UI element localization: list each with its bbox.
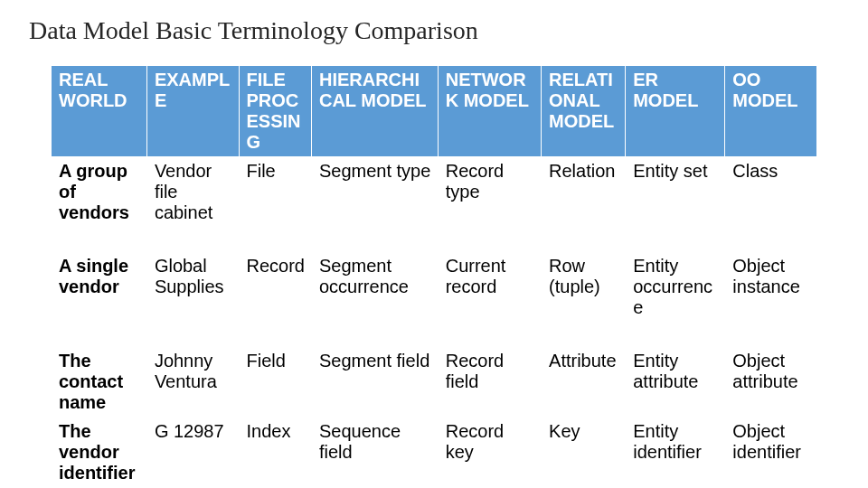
table-container: REAL WORLD EXAMPLE FILE PROCESSING HIERA… [25,65,843,488]
cell: Entity set [626,157,725,252]
cell: Entity occurrence [626,252,725,347]
col-header: OO MODEL [725,66,817,157]
cell: Object instance [725,252,817,347]
cell: Field [239,347,311,418]
col-header: NETWORK MODEL [438,66,541,157]
comparison-table: REAL WORLD EXAMPLE FILE PROCESSING HIERA… [51,65,817,488]
col-header: HIERARCHICAL MODEL [311,66,438,157]
cell: G 12987 [146,418,239,488]
cell: Sequence field [311,418,438,488]
table-row: A single vendor Global Supplies Record S… [52,252,817,347]
cell: Entity identifier [626,418,725,488]
row-header: The vendor identifier [52,418,147,488]
col-header: ER MODEL [626,66,725,157]
cell: Object identifier [725,418,817,488]
table-row: The vendor identifier G 12987 Index Sequ… [52,418,817,488]
cell: Record key [438,418,541,488]
cell: Class [725,157,817,252]
cell: Relation [542,157,626,252]
page-title: Data Model Basic Terminology Comparison [29,16,843,45]
cell: Segment type [311,157,438,252]
row-header: The contact name [52,347,147,418]
cell: Attribute [542,347,626,418]
cell: Key [542,418,626,488]
cell: Current record [438,252,541,347]
cell: File [239,157,311,252]
table-row: A group of vendors Vendor file cabinet F… [52,157,817,252]
cell: Global Supplies [146,252,239,347]
row-header: A single vendor [52,252,147,347]
cell: Record field [438,347,541,418]
cell: Object attribute [725,347,817,418]
cell: Segment field [311,347,438,418]
table-row: The contact name Johnny Ventura Field Se… [52,347,817,418]
cell: Segment occurrence [311,252,438,347]
col-header: EXAMPLE [146,66,239,157]
cell: Johnny Ventura [146,347,239,418]
cell: Entity attribute [626,347,725,418]
cell: Record type [438,157,541,252]
cell: Index [239,418,311,488]
col-header: RELATIONAL MODEL [542,66,626,157]
cell: Row (tuple) [542,252,626,347]
col-header: REAL WORLD [52,66,147,157]
col-header: FILE PROCESSING [239,66,311,157]
cell: Vendor file cabinet [146,157,239,252]
row-header: A group of vendors [52,157,147,252]
slide: Data Model Basic Terminology Comparison … [0,0,868,488]
table-header-row: REAL WORLD EXAMPLE FILE PROCESSING HIERA… [52,66,817,157]
cell: Record [239,252,311,347]
